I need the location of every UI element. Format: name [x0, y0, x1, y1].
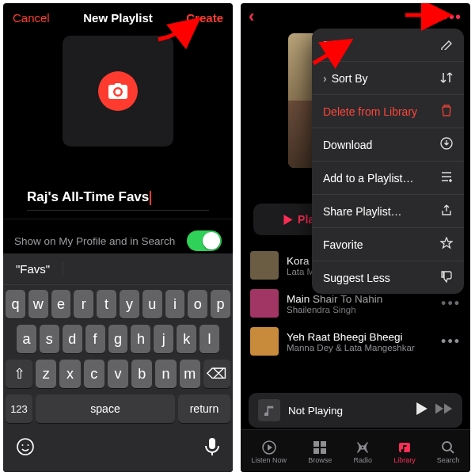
menu-download[interactable]: Download: [312, 128, 464, 162]
now-playing-bar[interactable]: Not Playing: [249, 393, 462, 428]
menu-add-to-a-playlist[interactable]: Add to a Playlist…: [312, 162, 464, 195]
share-icon: [440, 204, 453, 219]
context-menu: Edit ›Sort By Delete from Library Downlo…: [312, 29, 464, 294]
key-l[interactable]: l: [200, 325, 219, 353]
tab-radio[interactable]: Radio: [353, 440, 372, 464]
menu-label: Favorite: [323, 238, 363, 251]
key-q[interactable]: q: [6, 290, 25, 318]
thumbdown-icon: [440, 270, 453, 285]
key-k[interactable]: k: [177, 325, 196, 353]
tab-browse[interactable]: Browse: [308, 440, 332, 464]
key-z[interactable]: z: [36, 360, 56, 388]
key-j[interactable]: j: [154, 325, 173, 353]
svg-rect-7: [314, 448, 319, 454]
menu-label: Edit: [323, 39, 342, 51]
now-playing-label: Not Playing: [288, 405, 408, 417]
track-more-button[interactable]: •••: [441, 295, 461, 312]
key-v[interactable]: v: [108, 360, 128, 388]
tab-search[interactable]: Search: [437, 440, 460, 464]
key-f[interactable]: f: [86, 325, 105, 353]
nav-bar: Cancel New Playlist Create: [3, 3, 233, 29]
track-more-button[interactable]: •••: [441, 333, 461, 350]
svg-point-2: [28, 444, 29, 446]
key-s[interactable]: s: [40, 325, 59, 353]
key-n[interactable]: n: [155, 360, 176, 388]
show-on-profile-toggle[interactable]: [187, 230, 222, 251]
key-w[interactable]: w: [28, 290, 48, 318]
menu-share-playlist[interactable]: Share Playlist…: [312, 195, 464, 228]
key-e[interactable]: e: [51, 290, 71, 318]
tab-label: Listen Now: [252, 456, 287, 464]
play-icon[interactable]: [416, 402, 428, 418]
key-numbers[interactable]: 123: [6, 394, 32, 423]
cancel-button[interactable]: Cancel: [13, 11, 50, 25]
tab-listen-now[interactable]: Listen Now: [252, 440, 287, 464]
nav-bar: ‹ •••: [241, 3, 470, 30]
nav-title: New Playlist: [83, 11, 153, 25]
tab-label: Radio: [353, 456, 372, 464]
track-art: [250, 327, 279, 356]
key-u[interactable]: u: [142, 290, 162, 318]
svg-rect-8: [321, 448, 326, 454]
star-icon: [440, 237, 453, 252]
key-⌫[interactable]: ⌫: [203, 360, 230, 388]
svg-rect-3: [209, 438, 215, 449]
trash-icon: [440, 104, 453, 119]
keyboard: "Favs" qwertyuiop asdfghjkl ⇧zxcvbnm⌫ 12…: [3, 253, 233, 472]
suggestion[interactable]: "Favs": [3, 262, 63, 276]
menu-suggest-less[interactable]: Suggest Less: [312, 261, 464, 294]
key-t[interactable]: t: [97, 290, 116, 318]
create-button[interactable]: Create: [186, 11, 223, 25]
list-icon: [440, 170, 453, 185]
playlist-name-field[interactable]: Raj's All-Time Favs: [27, 186, 209, 211]
key-a[interactable]: a: [17, 325, 36, 353]
key-d[interactable]: d: [63, 325, 82, 353]
key-m[interactable]: m: [180, 360, 200, 388]
back-button[interactable]: ‹: [249, 8, 254, 25]
svg-rect-5: [314, 441, 319, 447]
key-y[interactable]: y: [120, 290, 139, 318]
menu-delete-from-library[interactable]: Delete from Library: [312, 95, 464, 128]
key-h[interactable]: h: [131, 325, 150, 353]
key-i[interactable]: i: [165, 290, 185, 318]
emoji-key[interactable]: [16, 437, 35, 461]
suggestion-bar[interactable]: "Favs": [3, 253, 233, 285]
key-b[interactable]: b: [131, 360, 152, 388]
key-return[interactable]: return: [178, 394, 230, 423]
screen-new-playlist: Cancel New Playlist Create Raj's All-Tim…: [3, 3, 233, 472]
svg-point-1: [22, 444, 24, 446]
track-artist: Manna Dey & Lata Mangeshkar: [287, 343, 433, 352]
track-art: [250, 251, 279, 280]
tab-label: Library: [393, 456, 416, 464]
menu-label: Suggest Less: [323, 272, 390, 284]
track-title: Yeh Raat Bheegi Bheegi: [287, 331, 433, 343]
key-c[interactable]: c: [84, 360, 104, 388]
key-r[interactable]: r: [74, 290, 93, 318]
sort-icon: [440, 70, 453, 86]
mic-key[interactable]: [204, 437, 220, 461]
pencil-icon: [440, 37, 453, 52]
key-x[interactable]: x: [59, 360, 80, 388]
cover-art-placeholder[interactable]: [63, 36, 173, 147]
menu-favorite[interactable]: Favorite: [312, 228, 464, 261]
tab-library[interactable]: Library: [393, 440, 416, 464]
tab-label: Browse: [308, 456, 332, 464]
key-p[interactable]: p: [211, 290, 230, 318]
key-o[interactable]: o: [188, 290, 207, 318]
tab-label: Search: [437, 456, 460, 464]
menu-label: Delete from Library: [323, 105, 417, 118]
camera-icon: [98, 71, 138, 111]
show-on-profile-label: Show on My Profile and in Search: [14, 235, 175, 247]
svg-point-10: [443, 442, 451, 451]
key-g[interactable]: g: [108, 325, 128, 353]
forward-icon[interactable]: [435, 403, 453, 417]
menu-edit[interactable]: Edit: [312, 29, 464, 62]
key-space[interactable]: space: [36, 394, 175, 423]
menu-sort-by[interactable]: ›Sort By: [312, 62, 464, 95]
key-⇧[interactable]: ⇧: [6, 360, 32, 388]
track-title: Main Shair To Nahin: [287, 293, 433, 305]
track-row[interactable]: Yeh Raat Bheegi Bheegi Manna Dey & Lata …: [250, 322, 461, 360]
more-options-button[interactable]: •••: [443, 8, 461, 25]
svg-rect-6: [321, 441, 326, 447]
track-art: [250, 289, 279, 318]
